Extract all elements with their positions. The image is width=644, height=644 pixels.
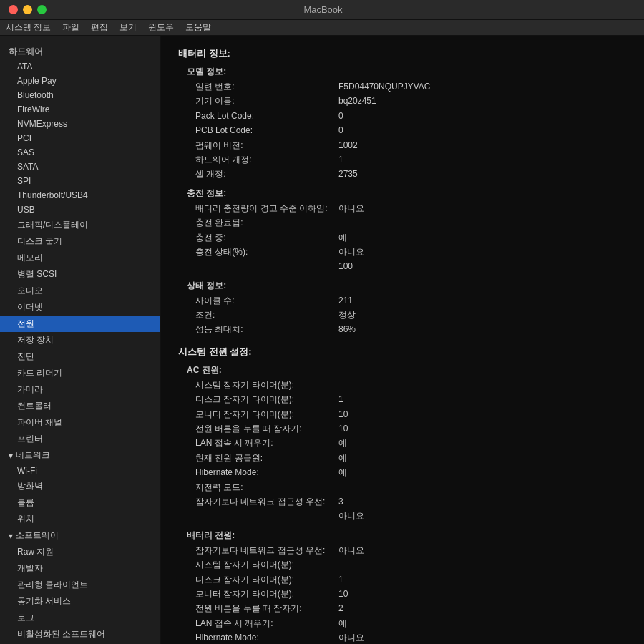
sidebar-item-sata[interactable]: SATA — [0, 160, 160, 174]
sidebar-item-disc-burning[interactable]: 디스크 굽기 — [0, 233, 160, 250]
pack-lot-label: Pack Lot Code: — [195, 109, 338, 123]
ac-power-btn-sleep-label: 전원 버튼을 누를 때 잠자기: — [195, 421, 338, 436]
menu-view[interactable]: 보기 — [119, 21, 137, 34]
sidebar-item-camera[interactable]: 카메라 — [0, 381, 160, 398]
charge-info-rows: 배터리 충전량이 경고 수준 이하임: 아니요 충전 완료됨: 충전 중: 예 … — [195, 201, 627, 274]
main-content: 하드웨어 ATA Apple Pay Bluetooth FireWire NV… — [0, 36, 644, 644]
ac-sys-sleep-row: 시스템 잠자기 타이머(분): — [195, 378, 627, 392]
sidebar-item-graphics[interactable]: 그래픽/디스플레이 — [0, 217, 160, 233]
sidebar-collapse-network[interactable]: ▾ 네트워크 — [0, 447, 160, 464]
sidebar-item-volume[interactable]: 볼륨 — [0, 494, 160, 511]
model-name-label: 기기 이름: — [195, 94, 338, 108]
cycle-count-value: 211 — [338, 293, 353, 308]
firmware-value: 1002 — [338, 138, 358, 152]
sidebar-item-location[interactable]: 위치 — [0, 511, 160, 527]
sidebar-collapse-software[interactable]: ▾ 소프트웨어 — [0, 527, 160, 544]
sidebar-item-ethernet[interactable]: 이더넷 — [0, 299, 160, 316]
charge-percent-label — [195, 259, 338, 273]
model-name-value: bq20z451 — [338, 94, 376, 108]
charge-warning-row: 배터리 충전량이 경고 수준 이하임: 아니요 — [195, 201, 627, 215]
sidebar-item-storage[interactable]: 저장 장치 — [0, 332, 160, 348]
sidebar-item-controller[interactable]: 컨트롤러 — [0, 398, 160, 414]
charging-value: 예 — [338, 230, 347, 245]
sidebar-item-developer[interactable]: 개발자 — [0, 560, 160, 577]
sidebar-item-firewall[interactable]: 방화벽 — [0, 478, 160, 494]
ac-current-source-row: 현재 전원 공급원: 예 — [195, 451, 627, 465]
ac-low-power-row: 저전력 모드: — [195, 480, 627, 494]
menu-help[interactable]: 도움말 — [185, 21, 211, 34]
ac-network-priority-label: 잠자기보다 네트워크 접근성 우선: — [195, 494, 338, 509]
condition-label: 조건: — [195, 308, 338, 322]
menu-file[interactable]: 파일 — [62, 21, 79, 34]
sidebar-item-diagnostics[interactable]: 진단 — [0, 348, 160, 365]
ac-hibernate-row: Hibernate Mode: 예 — [195, 465, 627, 479]
sidebar-item-firewire[interactable]: FireWire — [0, 102, 160, 117]
ac-network-priority-val-row: 아니요 — [195, 509, 627, 523]
sidebar-item-card-reader[interactable]: 카드 리더기 — [0, 365, 160, 381]
bat-hibernate-value: 아니요 — [338, 630, 364, 644]
sidebar-header-network: 네트워크 — [16, 449, 50, 462]
hardware-revision-row: 하드웨어 개정: 1 — [195, 152, 627, 167]
sidebar-item-sync-services[interactable]: 동기화 서비스 — [0, 593, 160, 610]
sidebar-item-thunderbolt[interactable]: Thunderbolt/USB4 — [0, 188, 160, 203]
sidebar-item-raw[interactable]: Raw 지원 — [0, 544, 160, 560]
status-info-rows: 사이클 수: 211 조건: 정상 성능 최대치: 86% — [195, 293, 627, 337]
sidebar-item-wifi[interactable]: Wi-Fi — [0, 464, 160, 478]
minimize-button[interactable] — [23, 5, 32, 14]
sidebar-item-parallel-scsi[interactable]: 병렬 SCSI — [0, 266, 160, 283]
bat-hibernate-row: Hibernate Mode: 아니요 — [195, 630, 627, 644]
ac-section-title: AC 전원: — [187, 364, 627, 376]
charge-section-title: 충전 정보: — [187, 187, 627, 200]
menu-window[interactable]: 윈도우 — [148, 21, 174, 34]
pcb-lot-label: PCB Lot Code: — [195, 123, 338, 137]
charge-info-group: 충전 정보: 배터리 충전량이 경고 수준 이하임: 아니요 충전 완료됨: 충… — [187, 187, 627, 274]
max-capacity-label: 성능 최대치: — [195, 322, 338, 336]
system-power-title: 시스템 전원 설정: — [178, 346, 627, 358]
model-name-row: 기기 이름: bq20z451 — [195, 94, 627, 108]
menu-system-info[interactable]: 시스템 정보 — [6, 21, 51, 34]
sidebar-item-sas[interactable]: SAS — [0, 145, 160, 160]
ac-network-priority-val-label — [195, 509, 338, 523]
sidebar-item-nvmexpress[interactable]: NVMExpress — [0, 117, 160, 131]
model-serial-label: 일련 번호: — [195, 79, 338, 94]
sidebar-item-audio[interactable]: 오디오 — [0, 283, 160, 299]
bat-sys-sleep-row: 시스템 잠자기 타이머(분): — [195, 557, 627, 572]
charging-label: 충전 중: — [195, 230, 338, 245]
ac-low-power-label: 저전력 모드: — [195, 480, 338, 494]
sidebar-item-spi[interactable]: SPI — [0, 174, 160, 188]
ac-monitor-sleep-row: 모니터 잠자기 타이머(분): 10 — [195, 407, 627, 421]
battery-power-group: 배터리 전원: 잠자기보다 네트워크 접근성 우선: 아니요 시스템 잠자기 타… — [187, 530, 627, 644]
bat-network-priority-label: 잠자기보다 네트워크 접근성 우선: — [195, 543, 338, 557]
sidebar-item-bluetooth[interactable]: Bluetooth — [0, 88, 160, 102]
charging-row: 충전 중: 예 — [195, 230, 627, 245]
ac-current-source-value: 예 — [338, 451, 347, 465]
sidebar-item-power[interactable]: 전원 — [0, 316, 160, 332]
status-section-title: 상태 정보: — [187, 280, 627, 292]
bat-power-btn-sleep-row: 전원 버튼을 누를 때 잠자기: 2 — [195, 601, 627, 615]
bat-lan-wake-label: LAN 접속 시 깨우기: — [195, 616, 338, 630]
ac-power-btn-sleep-row: 전원 버튼을 누를 때 잠자기: 10 — [195, 421, 627, 436]
sidebar-item-ata[interactable]: ATA — [0, 59, 160, 74]
sidebar-item-managed-client[interactable]: 관리형 클라이언트 — [0, 577, 160, 593]
sidebar-item-memory[interactable]: 메모리 — [0, 250, 160, 266]
ac-lan-wake-label: LAN 접속 시 깨우기: — [195, 436, 338, 450]
sidebar-item-disabled-software[interactable]: 비활성화된 소프트웨어 — [0, 626, 160, 643]
sidebar-item-usb[interactable]: USB — [0, 203, 160, 217]
sidebar-item-applepay[interactable]: Apple Pay — [0, 74, 160, 88]
charge-complete-label: 충전 완료됨: — [195, 215, 338, 230]
sidebar-item-log[interactable]: 로그 — [0, 610, 160, 626]
close-button[interactable] — [9, 5, 18, 14]
bat-monitor-sleep-row: 모니터 잠자기 타이머(분): 10 — [195, 587, 627, 601]
charge-warning-label: 배터리 충전량이 경고 수준 이하임: — [195, 201, 338, 215]
menu-edit[interactable]: 편집 — [91, 21, 108, 34]
fullscreen-button[interactable] — [37, 5, 47, 14]
ac-disk-sleep-value: 1 — [338, 392, 343, 406]
ac-info-rows: 시스템 잠자기 타이머(분): 디스크 잠자기 타이머(분): 1 모니터 잠자… — [195, 378, 627, 524]
ac-lan-wake-value: 예 — [338, 436, 347, 450]
sidebar-item-fiber-channel[interactable]: 파이버 채널 — [0, 414, 160, 431]
title-bar: MacBook — [0, 0, 644, 20]
bat-sys-sleep-label: 시스템 잠자기 타이머(분): — [195, 557, 338, 572]
pack-lot-value: 0 — [338, 109, 343, 123]
sidebar-item-pci[interactable]: PCI — [0, 131, 160, 145]
sidebar-item-printer[interactable]: 프린터 — [0, 431, 160, 447]
